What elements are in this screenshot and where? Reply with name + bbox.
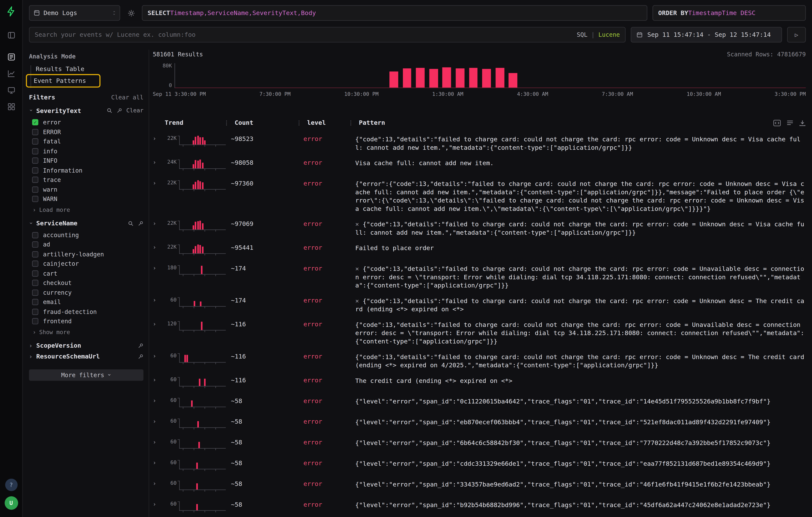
table-row[interactable]: ›22K~98523error{"code":13,"details":"fai… (153, 131, 806, 155)
expand-chevron-icon[interactable]: › (153, 396, 161, 404)
date-range-picker[interactable]: Sep 11 15:47:14 - Sep 12 15:47:14 (631, 27, 782, 42)
language-sql[interactable]: SQL (577, 31, 588, 38)
clear-all-filters[interactable]: Clear all (111, 94, 143, 101)
pin-icon[interactable] (138, 221, 143, 226)
histogram-bar[interactable] (469, 68, 478, 87)
checkbox-icon[interactable] (32, 270, 38, 277)
filter-group-resourceschemaurl[interactable]: ›ResourceSchemaUrl (29, 351, 143, 362)
expand-chevron-icon[interactable]: › (153, 243, 161, 251)
language-lucene[interactable]: Lucene (598, 31, 620, 38)
histogram-bar[interactable] (389, 72, 398, 88)
severity-clear[interactable]: Clear (126, 107, 143, 114)
expand-chevron-icon[interactable]: › (153, 320, 161, 327)
histogram-bar[interactable] (442, 67, 451, 87)
mode-results-table[interactable]: Results Table (29, 64, 84, 74)
checkbox-icon[interactable] (32, 318, 38, 324)
expand-chevron-icon[interactable]: › (153, 179, 161, 186)
chart-icon[interactable] (7, 69, 16, 78)
gear-icon[interactable] (125, 5, 137, 21)
filter-option[interactable]: cainjector (32, 259, 144, 268)
filter-option[interactable]: info (32, 146, 144, 156)
table-row[interactable]: ›60~174error× {"code":13,"details":"fail… (153, 293, 806, 316)
expand-chevron-icon[interactable]: › (153, 264, 161, 271)
table-row[interactable]: ›60~58error{"level":"error","span_id":"c… (153, 455, 806, 476)
histogram-bar[interactable] (416, 68, 425, 87)
checkbox-icon[interactable] (32, 241, 38, 248)
help-button[interactable]: ? (5, 479, 17, 491)
search-icon[interactable] (107, 108, 112, 114)
table-row[interactable]: ›60~116errorThe credit card (ending <*> … (153, 372, 806, 393)
pin-icon[interactable] (138, 343, 143, 348)
service-group-header[interactable]: › ServiceName (29, 218, 143, 229)
checkbox-icon[interactable] (32, 299, 38, 305)
filter-option[interactable]: warn (32, 184, 144, 194)
histogram-bar[interactable] (429, 69, 438, 88)
search-logs-icon[interactable] (7, 53, 16, 61)
column-menu-icon[interactable]: ⋮ (348, 119, 354, 126)
download-icon[interactable] (799, 119, 806, 126)
expand-chevron-icon[interactable]: › (153, 158, 161, 166)
expand-chevron-icon[interactable]: › (153, 296, 161, 304)
checkbox-icon[interactable] (32, 177, 38, 183)
expand-chevron-icon[interactable]: › (153, 376, 161, 383)
checkbox-icon[interactable] (32, 157, 38, 164)
col-level[interactable]: level ⋮ (307, 119, 359, 126)
filter-option[interactable]: ad (32, 240, 144, 249)
checkbox-icon[interactable] (32, 139, 38, 145)
filter-group-scopeversion[interactable]: ›ScopeVersion (29, 340, 143, 351)
checkbox-icon[interactable] (32, 148, 38, 154)
pin-icon[interactable] (138, 353, 143, 359)
dashboards-icon[interactable] (7, 103, 16, 111)
checkbox-icon[interactable] (32, 289, 38, 296)
expand-chevron-icon[interactable]: › (153, 134, 161, 142)
expand-chevron-icon[interactable]: › (153, 459, 161, 466)
table-row[interactable]: ›120~116error{"code":13,"details":"faile… (153, 317, 806, 349)
checkbox-icon[interactable] (32, 261, 38, 267)
language-toggle[interactable]: SQL | Lucene (577, 31, 620, 38)
histogram-bar[interactable] (495, 68, 504, 87)
expand-chevron-icon[interactable]: › (153, 479, 161, 487)
histogram-bar[interactable] (482, 69, 491, 88)
checkbox-icon[interactable] (32, 196, 38, 202)
row-density-icon[interactable] (787, 120, 793, 126)
filter-option[interactable]: WARN (32, 194, 144, 204)
code-view-icon[interactable] (773, 119, 781, 126)
col-count[interactable]: Count ⋮ (235, 119, 307, 126)
checkbox-icon[interactable] (32, 129, 38, 135)
checkbox-icon[interactable] (32, 232, 38, 238)
pin-icon[interactable] (117, 108, 122, 114)
more-filters-button[interactable]: More filters › (29, 369, 143, 381)
filter-option[interactable]: accounting (32, 230, 144, 240)
checkbox-icon[interactable] (32, 251, 38, 257)
filter-option[interactable]: email (32, 297, 144, 307)
histogram-plot[interactable] (174, 63, 806, 88)
filter-option[interactable]: Information (32, 166, 144, 175)
filter-option[interactable]: artillery-loadgen (32, 249, 144, 259)
checkbox-icon[interactable] (32, 309, 38, 315)
checkbox-icon[interactable]: ✓ (32, 119, 38, 125)
avatar[interactable]: U (4, 496, 18, 510)
expand-chevron-icon[interactable]: › (153, 219, 161, 227)
table-row[interactable]: ›60~58error{"level":"error","span_id":"6… (153, 435, 806, 456)
run-query-button[interactable]: ▷ (787, 27, 806, 42)
filter-option[interactable]: cart (32, 268, 144, 278)
table-row[interactable]: ›22K~97069error× {"code":13,"details":"f… (153, 216, 806, 240)
sql-query[interactable]: SELECT Timestamp, ServiceName, SeverityT… (142, 5, 647, 21)
histogram-bar[interactable] (509, 73, 517, 88)
filter-option[interactable]: trace (32, 175, 144, 184)
col-trend[interactable]: Trend ⋮ (165, 119, 235, 126)
order-by[interactable]: ORDER BY TimestampTime DESC (652, 5, 806, 21)
filter-option[interactable]: ERROR (32, 127, 144, 137)
column-menu-icon[interactable]: ⋮ (296, 119, 302, 126)
expand-chevron-icon[interactable]: › (153, 417, 161, 425)
histogram-bar[interactable] (456, 68, 464, 88)
checkbox-icon[interactable] (32, 280, 38, 286)
filter-option[interactable]: fatal (32, 137, 144, 146)
filter-option[interactable]: currency (32, 288, 144, 297)
source-select[interactable]: Demo Logs ›› (29, 5, 120, 21)
table-row[interactable]: ›60~58error{"level":"error","span_id":"0… (153, 393, 806, 414)
table-row[interactable]: ›60~58error{"level":"error","span_id":"3… (153, 476, 806, 497)
table-row[interactable]: ›60~58error{"level":"error","span_id":"e… (153, 414, 806, 435)
mode-event-patterns[interactable]: Event Patterns (26, 74, 100, 88)
filter-option[interactable]: checkout (32, 278, 144, 288)
